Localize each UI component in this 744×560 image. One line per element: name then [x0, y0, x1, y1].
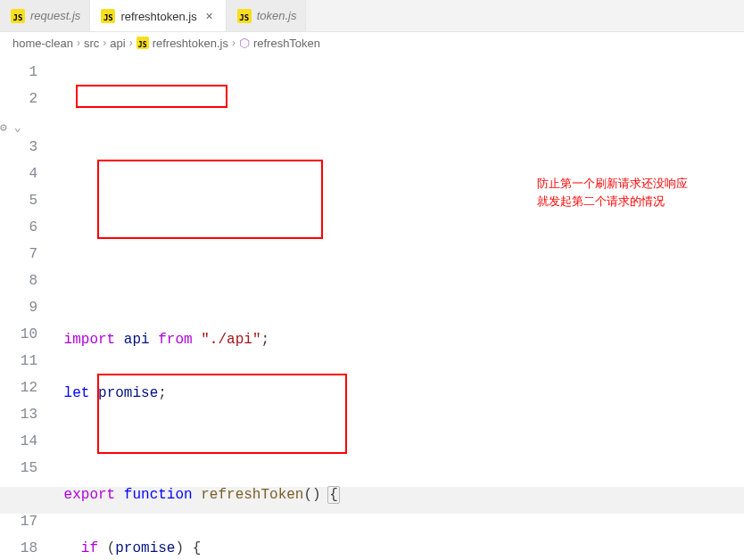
editor[interactable]: 1 2 ⚙ ⌄ 3 4 5 6 7 8 9 10 11 12 13 14 15 … [0, 54, 744, 560]
tab-request-js[interactable]: JS request.js [0, 0, 90, 31]
line-number: 13 [0, 401, 37, 428]
chevron-right-icon: › [232, 37, 236, 49]
line-number: 18 [0, 535, 37, 560]
highlight-box [97, 160, 323, 239]
js-icon: JS [237, 9, 252, 23]
line-number: 17 [0, 508, 37, 535]
code-line: let promise; [55, 380, 744, 407]
close-icon[interactable]: × [203, 9, 217, 23]
line-number: 8 [0, 268, 37, 294]
code-lines: import api from "./api"; let promise; ex… [55, 300, 744, 560]
line-number: 9 [0, 294, 37, 321]
breadcrumb-item[interactable]: refreshtoken.js [153, 37, 228, 50]
code-line: import api from "./api"; [55, 326, 744, 353]
tab-label: request.js [30, 9, 80, 22]
line-number: 4 [0, 161, 37, 187]
code-line: if (promise) { [55, 535, 744, 560]
line-number: 2 [0, 86, 37, 112]
breadcrumb-item[interactable]: src [84, 37, 99, 50]
tab-label: token.js [257, 9, 297, 22]
breadcrumb-item[interactable]: api [110, 37, 125, 50]
code-line: export function refreshToken() { [55, 482, 744, 508]
breadcrumb-item[interactable]: refreshToken [253, 37, 320, 50]
line-number: 1 [0, 59, 37, 86]
chevron-right-icon: › [103, 37, 106, 49]
tab-refreshtoken-js[interactable]: JS refreshtoken.js × [90, 0, 226, 31]
line-number: 15 [0, 455, 37, 482]
chevron-right-icon: › [77, 37, 80, 49]
symbol-method-icon: ⬡ [239, 36, 250, 50]
code-content[interactable]: 防止第一个刷新请求还没响应 就发起第二个请求的情况 import api fro… [55, 54, 744, 560]
line-number: 5 [0, 187, 37, 214]
tab-label: refreshtoken.js [120, 10, 196, 23]
annotation-line: 防止第一个刷新请求还没响应 [537, 175, 688, 193]
line-number: 7 [0, 241, 37, 268]
line-number-gutter: 1 2 ⚙ ⌄ 3 4 5 6 7 8 9 10 11 12 13 14 15 … [0, 54, 55, 560]
line-number: 14 [0, 428, 37, 455]
js-icon: JS [11, 9, 25, 23]
js-icon: JS [101, 9, 115, 23]
chevron-right-icon: › [129, 37, 133, 49]
annotation-text: 防止第一个刷新请求还没响应 就发起第二个请求的情况 [537, 175, 688, 210]
annotation-line: 就发起第二个请求的情况 [537, 193, 688, 210]
js-icon: JS [136, 37, 149, 49]
tab-token-js[interactable]: JS token.js [227, 0, 307, 31]
line-number: 3 [0, 134, 37, 161]
line-number: 10 [0, 321, 37, 348]
line-number: 12 [0, 375, 37, 401]
line-number: 11 [0, 348, 37, 375]
breadcrumb: home-clean › src › api › JS refreshtoken… [0, 32, 744, 54]
breadcrumb-item[interactable]: home-clean [12, 37, 73, 50]
tab-bar: JS request.js JS refreshtoken.js × JS to… [0, 0, 744, 32]
line-number: 6 [0, 214, 37, 241]
highlight-box [76, 85, 227, 108]
